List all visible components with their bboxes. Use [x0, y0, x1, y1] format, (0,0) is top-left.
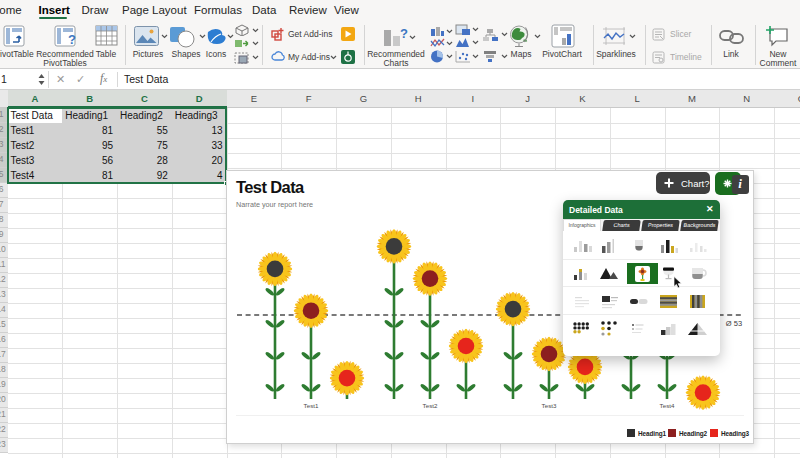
svg-text:Test1: Test1 — [304, 402, 319, 409]
svg-text:Test4: Test4 — [660, 402, 675, 409]
svg-text:Test3: Test3 — [542, 402, 557, 409]
svg-text:Test2: Test2 — [423, 402, 438, 409]
svg-text:Ø 53: Ø 53 — [726, 319, 742, 328]
